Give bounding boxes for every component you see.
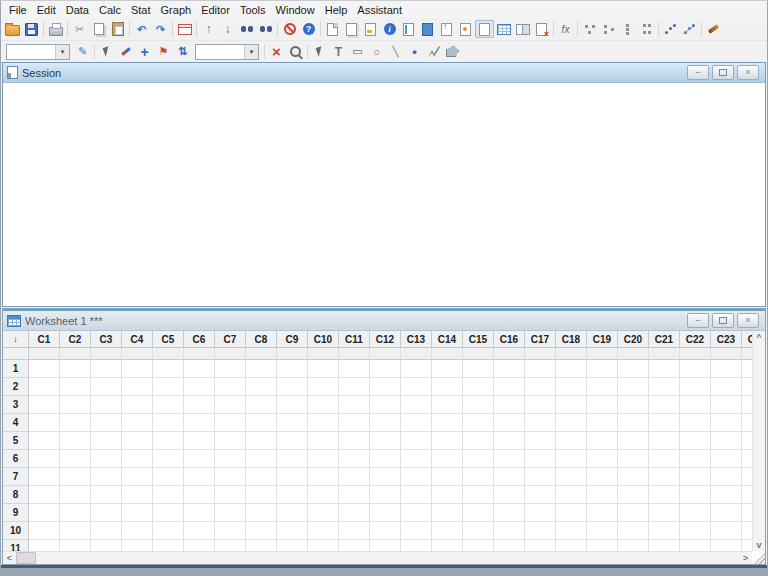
cell-C2-5[interactable] [60,432,91,450]
cell-C12-1[interactable] [370,360,401,378]
menu-assistant[interactable]: Assistant [352,3,407,17]
show-graphs-icon[interactable] [456,20,475,38]
marker-tool-icon[interactable]: • [405,43,424,61]
column-name-cell-C19[interactable] [587,348,618,360]
restore-button[interactable] [712,313,734,328]
column-name-cell-C23[interactable] [711,348,742,360]
cell-C18-5[interactable] [556,432,587,450]
cell-C6-4[interactable] [184,414,215,432]
cell-C10-3[interactable] [308,396,339,414]
scroll-up-icon[interactable]: ^ [753,331,765,343]
session-content[interactable] [5,84,763,304]
cell-C21-8[interactable] [649,486,680,504]
scroll-down-icon[interactable]: v [753,539,765,551]
cell-C16-11[interactable] [494,540,525,551]
cell-C4-11[interactable] [122,540,153,551]
cell-C17-8[interactable] [525,486,556,504]
cell-C23-11[interactable] [711,540,742,551]
cell-C4-6[interactable] [122,450,153,468]
row-header-6[interactable]: 6 [3,450,29,468]
menu-help[interactable]: Help [320,3,353,17]
cell-C12-9[interactable] [370,504,401,522]
cell-C8-11[interactable] [246,540,277,551]
cell-C10-2[interactable] [308,378,339,396]
cell-C19-2[interactable] [587,378,618,396]
column-header-C4[interactable]: C4 [122,331,153,348]
cell-C17-11[interactable] [525,540,556,551]
cell-C20-7[interactable] [618,468,649,486]
column-name-cell-C17[interactable] [525,348,556,360]
column-header-C9[interactable]: C9 [277,331,308,348]
column-header-C5[interactable]: C5 [153,331,184,348]
cell-C17-4[interactable] [525,414,556,432]
column-header-C10[interactable]: C10 [308,331,339,348]
cell-C24-4[interactable] [742,414,752,432]
cell-C6-3[interactable] [184,396,215,414]
cell-C9-8[interactable] [277,486,308,504]
cell-C4-3[interactable] [122,396,153,414]
resize-grip[interactable] [752,551,765,564]
cell-C9-9[interactable] [277,504,308,522]
cell-C7-10[interactable] [215,522,246,540]
cell-C18-7[interactable] [556,468,587,486]
column-header-C21[interactable]: C21 [649,331,680,348]
cell-C15-7[interactable] [463,468,494,486]
cell-C2-7[interactable] [60,468,91,486]
row-header-5[interactable]: 5 [3,432,29,450]
dropdown-arrow-icon[interactable]: ▾ [244,45,258,59]
cell-C16-3[interactable] [494,396,525,414]
zoom-graph-icon[interactable] [286,43,305,61]
cell-C7-5[interactable] [215,432,246,450]
cell-C6-10[interactable] [184,522,215,540]
column-header-C19[interactable]: C19 [587,331,618,348]
cell-C16-9[interactable] [494,504,525,522]
cell-C14-4[interactable] [432,414,463,432]
cell-C2-10[interactable] [60,522,91,540]
column-name-cell-C18[interactable] [556,348,587,360]
cell-C5-9[interactable] [153,504,184,522]
cell-C22-10[interactable] [680,522,711,540]
cell-C14-9[interactable] [432,504,463,522]
row-header-2[interactable]: 2 [3,378,29,396]
cell-C9-1[interactable] [277,360,308,378]
cell-C21-2[interactable] [649,378,680,396]
minimize-button[interactable]: – [687,313,709,328]
cell-C23-1[interactable] [711,360,742,378]
cell-C14-8[interactable] [432,486,463,504]
cell-C4-5[interactable] [122,432,153,450]
cell-C1-7[interactable] [29,468,60,486]
cell-C11-10[interactable] [339,522,370,540]
cell-C11-11[interactable] [339,540,370,551]
cell-C19-4[interactable] [587,414,618,432]
row-header-11[interactable]: 11 [3,540,29,551]
row-header-9[interactable]: 9 [3,504,29,522]
cell-C2-6[interactable] [60,450,91,468]
close-button[interactable]: × [737,313,759,328]
previous-command-icon[interactable]: ↑ [199,20,218,38]
column-header-C6[interactable]: C6 [184,331,215,348]
cell-C5-1[interactable] [153,360,184,378]
column-header-C13[interactable]: C13 [401,331,432,348]
column-name-cell-C24[interactable] [742,348,752,360]
cell-C21-7[interactable] [649,468,680,486]
column-name-cell-C20[interactable] [618,348,649,360]
cell-C15-9[interactable] [463,504,494,522]
open-project-icon[interactable] [3,20,22,38]
cell-C15-2[interactable] [463,378,494,396]
cell-C12-11[interactable] [370,540,401,551]
cell-C8-9[interactable] [246,504,277,522]
cell-C13-9[interactable] [401,504,432,522]
cell-C19-5[interactable] [587,432,618,450]
cell-C11-9[interactable] [339,504,370,522]
menu-tools[interactable]: Tools [235,3,271,17]
column-header-C3[interactable]: C3 [91,331,122,348]
cell-C14-7[interactable] [432,468,463,486]
current-worksheet-icon[interactable] [475,20,494,38]
cell-C18-9[interactable] [556,504,587,522]
cell-C4-10[interactable] [122,522,153,540]
cell-C7-1[interactable] [215,360,246,378]
column-header-C7[interactable]: C7 [215,331,246,348]
annotation-dropdown[interactable]: ▾ [195,44,259,60]
cell-C22-11[interactable] [680,540,711,551]
undo-icon[interactable]: ↶ [132,20,151,38]
